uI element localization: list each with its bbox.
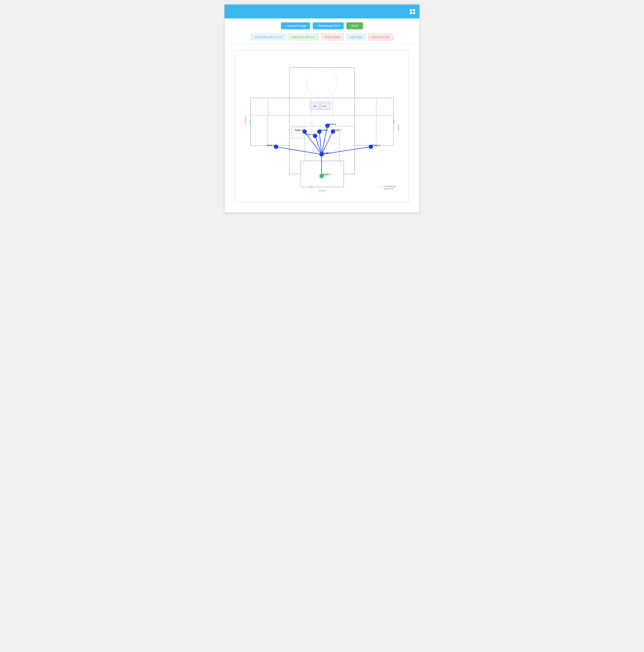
add-node-exit-button[interactable]: Add Node with exit bbox=[288, 34, 318, 40]
node-toolbar: Add Node without exit Add Node with exit… bbox=[225, 32, 419, 44]
main-toolbar: ↑ Upload Image ↓ Download SVG Send bbox=[225, 19, 419, 32]
floor-plan-svg[interactable]: GAS LIXO bbox=[233, 48, 411, 204]
add-node-no-exit-button[interactable]: Add Node without exit bbox=[251, 34, 285, 40]
download-button[interactable]: ↓ Download SVG bbox=[313, 22, 344, 29]
svg-rect-3 bbox=[350, 98, 394, 146]
svg-text:ESCALA 1:50: ESCALA 1:50 bbox=[384, 188, 393, 190]
node-5-dot[interactable] bbox=[313, 134, 317, 138]
svg-text:LIXO: LIXO bbox=[323, 105, 326, 107]
add-edge-button[interactable]: Add Edge bbox=[346, 34, 366, 40]
svg-rect-2 bbox=[250, 98, 294, 146]
upload-button[interactable]: ↑ Upload Image bbox=[281, 22, 310, 29]
svg-text:PLANTA BAIXA: PLANTA BAIXA bbox=[384, 185, 396, 187]
node-6-label: Node 6 bbox=[320, 129, 328, 131]
grid-icon bbox=[410, 9, 415, 14]
send-button[interactable]: Send bbox=[346, 22, 363, 29]
node-7-label: Node 7 bbox=[334, 129, 341, 131]
app-container: ↑ Upload Image ↓ Download SVG Send Add N… bbox=[224, 4, 420, 213]
floor-plan-wrapper: GAS LIXO bbox=[233, 48, 411, 204]
node-2-label: Node 2 bbox=[267, 144, 274, 146]
node-5-label: Node 5 bbox=[305, 133, 313, 136]
svg-rect-5 bbox=[300, 161, 344, 187]
remove-edge-button[interactable]: Remove Edge bbox=[368, 34, 393, 40]
svg-text:1: 1 bbox=[381, 185, 382, 187]
svg-text:FACHADA: FACHADA bbox=[398, 124, 399, 131]
top-bar bbox=[225, 5, 419, 19]
canvas-area[interactable]: GAS LIXO bbox=[225, 44, 419, 213]
svg-text:FACHADA: FACHADA bbox=[318, 190, 326, 191]
svg-text:→: → bbox=[325, 174, 328, 178]
svg-text:FACHADA: FACHADA bbox=[245, 117, 246, 124]
delete-node-button[interactable]: Delete Node bbox=[321, 34, 344, 40]
node-3-label: Node 3 bbox=[372, 144, 380, 146]
node-2-dot[interactable] bbox=[274, 144, 278, 149]
node-4-label: Node 4 bbox=[295, 129, 303, 131]
node-1-label: Node 1 bbox=[323, 152, 330, 154]
svg-text:GAS: GAS bbox=[313, 105, 316, 107]
node-8-label: Node 8 bbox=[329, 123, 336, 126]
